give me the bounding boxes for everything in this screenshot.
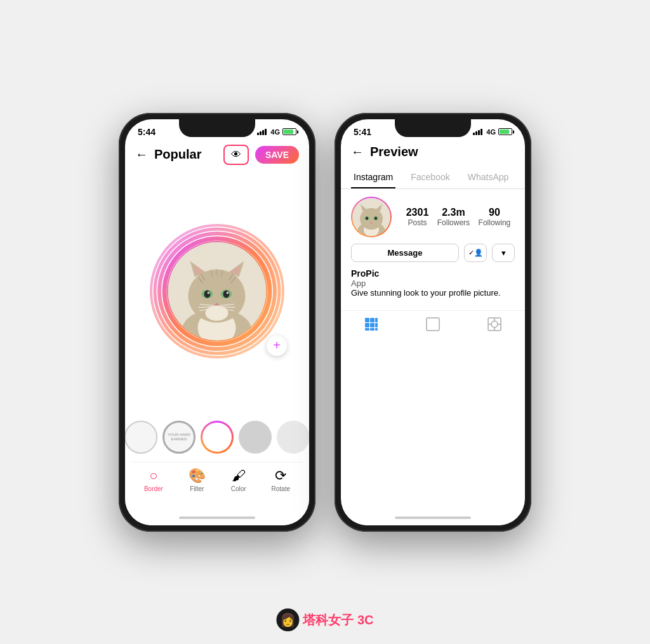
rotate-label: Rotate	[272, 485, 290, 492]
signal-label-2: 4G	[486, 128, 496, 136]
filter-icon: 🎨	[189, 468, 206, 484]
ig-avatar-inner	[352, 198, 390, 236]
ig-following-count: 90	[479, 207, 511, 218]
svg-point-37	[360, 208, 383, 230]
battery-1	[282, 128, 296, 135]
ig-posts-count: 2301	[406, 207, 429, 218]
border-item-text[interactable]: YOUR HARD EARNED	[162, 420, 196, 454]
signal-label-1: 4G	[270, 128, 280, 136]
eye-button[interactable]: 👁	[223, 145, 249, 165]
more-options-button[interactable]: ▾	[492, 244, 515, 262]
bar4-p2	[481, 129, 482, 135]
svg-rect-54	[427, 318, 439, 331]
tab-filter[interactable]: 🎨 Filter	[189, 468, 206, 492]
status-time-2: 5:41	[354, 127, 371, 137]
svg-rect-46	[370, 318, 375, 322]
home-bar-1	[179, 516, 255, 519]
notch-2	[395, 119, 471, 137]
bar4	[265, 129, 267, 135]
profile-ring-container: +	[147, 221, 287, 361]
back-button-1[interactable]: ←	[135, 147, 148, 162]
ig-bio-category: App	[351, 279, 515, 288]
border-text-circle: YOUR HARD EARNED	[162, 421, 196, 454]
border-icon: ○	[149, 468, 157, 484]
header-2: ← Preview	[341, 140, 525, 164]
home-indicator-1	[125, 510, 309, 525]
filter-label: Filter	[190, 485, 204, 492]
plus-button[interactable]: +	[267, 336, 287, 356]
list-view-tab[interactable]	[426, 317, 440, 334]
phone-1: 5:44 4G ← Popular 👁 SAVE	[119, 113, 315, 532]
border-options: YOUR HARD EARNED ○	[125, 412, 309, 510]
bar3-p2	[478, 130, 480, 135]
svg-rect-53	[375, 328, 378, 331]
tab-border[interactable]: ○ Border	[144, 468, 163, 492]
home-indicator-2	[341, 510, 525, 525]
svg-rect-47	[375, 318, 378, 322]
bar3	[262, 130, 264, 135]
phone-2: 5:41 4G ← Preview Instagram Fac	[335, 113, 531, 532]
message-button[interactable]: Message	[351, 244, 459, 262]
home-bar-2	[395, 516, 471, 519]
border-gradient-circle	[201, 421, 234, 454]
plus-icon: +	[273, 338, 281, 353]
border-item-lightgray[interactable]	[277, 420, 309, 454]
bar2	[260, 131, 262, 135]
notch-1	[179, 119, 255, 137]
signal-bars-2	[473, 129, 482, 135]
back-button-2[interactable]: ←	[351, 145, 364, 159]
page-title-1: Popular	[154, 147, 217, 162]
rotate-icon: ⟳	[275, 468, 286, 484]
status-icons-1: 4G	[257, 128, 296, 136]
grid-view-tab[interactable]	[364, 317, 378, 334]
ig-posts-label: Posts	[406, 218, 429, 227]
bar1	[257, 133, 259, 135]
svg-point-24	[208, 291, 210, 294]
tab-facebook[interactable]: Facebook	[408, 167, 452, 188]
ig-followers-label: Followers	[437, 218, 470, 227]
ig-stats: 2301 Posts 2.3m Followers 90 Following	[402, 207, 515, 227]
eye-icon: 👁	[231, 149, 241, 161]
svg-rect-50	[375, 323, 378, 327]
ig-actions: Message ✓👤 ▾	[351, 244, 515, 262]
ig-avatar	[351, 197, 392, 237]
svg-rect-45	[365, 318, 369, 322]
color-label: Color	[231, 485, 246, 492]
battery-fill-2	[500, 129, 509, 134]
tab-instagram[interactable]: Instagram	[351, 167, 395, 188]
tab-color[interactable]: 🖌 Color	[231, 468, 246, 492]
svg-rect-52	[370, 328, 375, 331]
follow-check-button[interactable]: ✓👤	[464, 244, 487, 262]
profile-area: +	[125, 170, 309, 412]
page-title-2: Preview	[370, 145, 515, 159]
ig-grid-tabs	[341, 310, 525, 341]
battery-fill-1	[284, 129, 293, 134]
tagged-view-tab[interactable]	[488, 317, 501, 334]
border-items-list: YOUR HARD EARNED	[131, 420, 303, 454]
tab-rotate[interactable]: ⟳ Rotate	[272, 468, 290, 492]
svg-point-56	[491, 321, 498, 327]
svg-point-43	[375, 216, 377, 220]
border-gradient-inner	[202, 423, 232, 452]
ig-top-row: 2301 Posts 2.3m Followers 90 Following	[351, 197, 515, 237]
border-item-empty[interactable]	[125, 420, 157, 454]
tab-whatsapp[interactable]: WhatsApp	[465, 167, 512, 188]
watermark-text: 塔科女子 3C	[303, 612, 373, 629]
color-icon: 🖌	[232, 468, 246, 484]
watermark-icon: 👩	[276, 608, 299, 631]
border-gray-circle	[239, 421, 272, 454]
svg-point-42	[366, 216, 368, 220]
border-item-gradient[interactable]	[201, 420, 234, 454]
preview-tabs: Instagram Facebook WhatsApp	[341, 164, 525, 189]
ig-stat-followers: 2.3m Followers	[437, 207, 470, 227]
svg-point-25	[227, 291, 229, 294]
save-button[interactable]: SAVE	[255, 146, 299, 164]
cat-svg	[168, 242, 267, 340]
profile-cat-image	[168, 242, 267, 340]
ig-stat-following: 90 Following	[479, 207, 511, 227]
instagram-profile: 2301 Posts 2.3m Followers 90 Following M…	[341, 189, 525, 310]
border-item-gray[interactable]	[239, 420, 272, 454]
svg-rect-51	[365, 328, 369, 331]
svg-rect-48	[365, 323, 369, 327]
svg-point-33	[206, 305, 229, 320]
